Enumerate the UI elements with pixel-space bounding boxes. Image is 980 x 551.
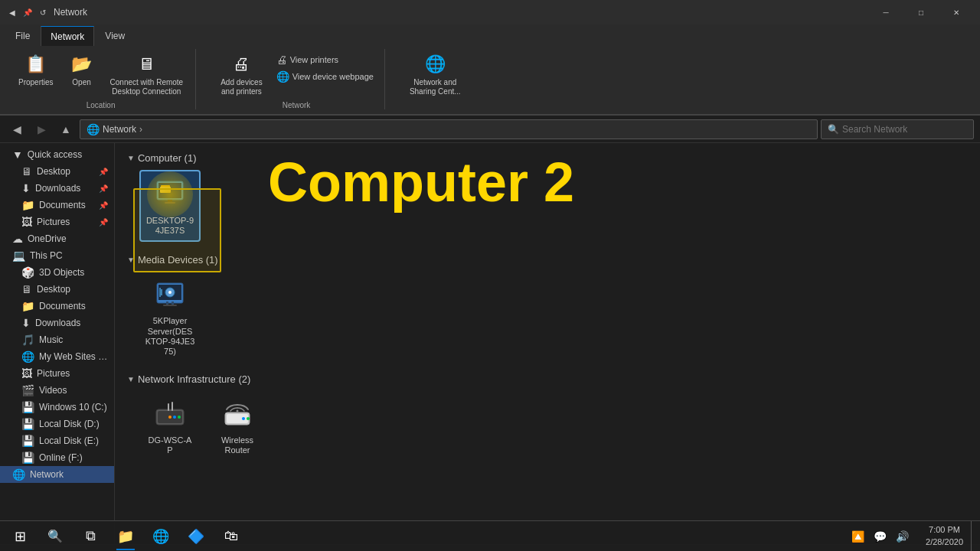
sidebar-item-online-f[interactable]: 💾 Online (F:): [0, 449, 114, 466]
sidebar-item-3d-objects[interactable]: 🎲 3D Objects: [0, 264, 114, 281]
file-item-dg-wsc-ap[interactable]: DG-WSC-AP: [139, 391, 201, 460]
sidebar-this-pc-label: This PC: [30, 250, 63, 261]
sidebar-my-websites-label: My Web Sites on M: [39, 351, 108, 362]
title-bar: ◀ 📌 ↺ Network ─ □ ✕: [0, 0, 980, 24]
sidebar: ▼ Quick access 🖥 Desktop 📌 ⬇ Downloads 📌…: [0, 143, 115, 544]
svg-point-19: [168, 416, 172, 419]
sidebar-item-local-d[interactable]: 💾 Local Disk (D:): [0, 416, 114, 432]
undo-icon[interactable]: ↺: [37, 6, 49, 18]
my-websites-icon: 🌐: [21, 350, 34, 363]
sidebar-item-music[interactable]: 🎵 Music: [0, 331, 114, 348]
ribbon-item-properties[interactable]: 📋 Properties: [12, 49, 60, 90]
back-button[interactable]: ◀: [6, 119, 28, 140]
tray-arrow-icon[interactable]: 🔼: [848, 529, 867, 544]
search-input[interactable]: [842, 124, 967, 135]
sidebar-item-videos[interactable]: 🎬 Videos: [0, 382, 114, 399]
taskbar-search-button[interactable]: 🔍: [38, 521, 72, 552]
sidebar-item-this-pc[interactable]: 💻 This PC: [0, 247, 114, 264]
ribbon-item-view-printers[interactable]: 🖨 View printers: [272, 52, 378, 67]
file-item-desktop[interactable]: DESKTOP-94JE37S: [139, 170, 201, 242]
taskbar-mixed-reality[interactable]: 🔷: [179, 521, 213, 552]
svg-rect-12: [163, 305, 177, 306]
sidebar-item-onedrive[interactable]: ☁ OneDrive: [0, 230, 114, 247]
main-layout: ▼ Quick access 🖥 Desktop 📌 ⬇ Downloads 📌…: [0, 143, 980, 544]
music-icon: 🎵: [21, 334, 34, 346]
section-chevron-computers[interactable]: ▼: [127, 154, 135, 162]
pin-icon[interactable]: 📌: [21, 6, 34, 18]
svg-rect-21: [172, 402, 173, 411]
pictures2-icon: 🖼: [21, 367, 32, 380]
ribbon-item-open[interactable]: 📂 Open: [63, 49, 101, 90]
sidebar-quick-access-label: Quick access: [28, 149, 82, 160]
taskbar-store[interactable]: 🛍: [214, 521, 248, 552]
taskbar-task-view[interactable]: ⧉: [74, 521, 107, 552]
taskbar-tray: 🔼 💬 🔊: [842, 529, 918, 544]
view-device-icon: 🌐: [276, 70, 289, 83]
sidebar-item-pictures[interactable]: 🖼 Pictures 📌: [0, 214, 114, 230]
ribbon-item-view-device-webpage[interactable]: 🌐 View device webpage: [272, 69, 378, 84]
sidebar-item-documents[interactable]: 📁 Documents 📌: [0, 197, 114, 214]
sidebar-item-downloads[interactable]: ⬇ Downloads: [0, 315, 114, 331]
sidebar-item-desktop[interactable]: 🖥 Desktop 📌: [0, 163, 114, 180]
taskbar-edge[interactable]: 🌐: [144, 521, 178, 552]
ribbon-item-network-sharing[interactable]: 🌐 Network andSharing Cent...: [403, 49, 467, 99]
search-box[interactable]: 🔍: [821, 119, 974, 139]
tab-view[interactable]: View: [96, 26, 134, 46]
file-item-wireless-router[interactable]: WirelessRouter: [207, 391, 268, 460]
address-path[interactable]: 🌐 Network ›: [80, 119, 818, 139]
sidebar-documents2-label: Documents: [39, 301, 86, 311]
network-sharing-icon: 🌐: [423, 52, 447, 77]
title-bar-icons: ◀ 📌 ↺: [6, 6, 49, 18]
taskbar-file-explorer[interactable]: 📁: [109, 521, 142, 552]
tray-volume-icon[interactable]: 🔊: [893, 529, 912, 544]
sidebar-item-quick-access[interactable]: ▼ Quick access: [0, 146, 114, 163]
section-title-media: Media Devices (1): [138, 254, 218, 266]
sidebar-item-downloads-pinned[interactable]: ⬇ Downloads 📌: [0, 180, 114, 197]
local-e-icon: 💾: [21, 435, 34, 447]
start-button[interactable]: ⊞: [3, 521, 37, 552]
section-chevron-media[interactable]: ▼: [127, 256, 135, 264]
ribbon-tabs: File Network View: [0, 24, 980, 46]
open-icon: 📂: [70, 52, 94, 77]
minimize-button[interactable]: ─: [868, 0, 903, 24]
close-button[interactable]: ✕: [939, 0, 974, 24]
search-icon: 🔍: [828, 124, 839, 135]
up-button[interactable]: ▲: [55, 119, 77, 140]
wireless-router-label: WirelessRouter: [221, 435, 253, 455]
sidebar-item-windows-c[interactable]: 💾 Windows 10 (C:): [0, 399, 114, 416]
sidebar-item-local-e[interactable]: 💾 Local Disk (E:): [0, 432, 114, 449]
desktop-file-icon: [152, 176, 188, 213]
file-item-5kplayer[interactable]: 5KPlayerServer(DESKTOP-94JE375): [139, 272, 201, 361]
sidebar-onedrive-label: OneDrive: [28, 233, 67, 244]
section-chevron-infrastructure[interactable]: ▼: [127, 375, 135, 383]
ribbon-item-connect-remote[interactable]: 🖥 Connect with RemoteDesktop Connection: [104, 49, 190, 99]
desktop-sidebar-icon: 🖥: [21, 165, 32, 178]
sidebar-item-network[interactable]: 🌐 Network: [0, 466, 114, 483]
forward-button[interactable]: ▶: [31, 119, 52, 140]
online-f-icon: 💾: [21, 452, 34, 464]
sidebar-item-desktop2[interactable]: 🖥 Desktop: [0, 281, 114, 298]
edge-taskbar-icon: 🌐: [152, 528, 169, 545]
view-device-label: View device webpage: [292, 72, 374, 81]
sidebar-item-documents2[interactable]: 📁 Documents: [0, 298, 114, 315]
3d-objects-icon: 🎲: [21, 266, 34, 279]
sidebar-online-f-label: Online (F:): [39, 452, 83, 463]
onedrive-icon: ☁: [12, 233, 23, 245]
sidebar-item-pictures2[interactable]: 🖼 Pictures: [0, 365, 114, 382]
taskbar-clock[interactable]: 7:00 PM 2/28/2020: [920, 524, 969, 548]
ribbon-item-add-devices[interactable]: 🖨 Add devicesand printers: [214, 49, 268, 99]
tab-network[interactable]: Network: [41, 26, 94, 46]
pin-indicator-2: 📌: [99, 184, 108, 193]
sidebar-item-my-websites[interactable]: 🌐 My Web Sites on M: [0, 348, 114, 365]
computer-svg: [154, 178, 186, 210]
title-bar-left: ◀ 📌 ↺ Network: [6, 6, 87, 18]
svg-point-17: [178, 416, 181, 419]
quick-access-icon[interactable]: ◀: [6, 6, 18, 18]
tab-file[interactable]: File: [6, 26, 39, 46]
show-desktop-button[interactable]: [971, 521, 977, 552]
tray-message-icon[interactable]: 💬: [871, 529, 890, 544]
taskbar-time: 7:00 PM: [926, 524, 963, 536]
maximize-button[interactable]: □: [903, 0, 939, 24]
svg-rect-10: [166, 302, 168, 305]
add-devices-label: Add devicesand printers: [220, 78, 262, 96]
